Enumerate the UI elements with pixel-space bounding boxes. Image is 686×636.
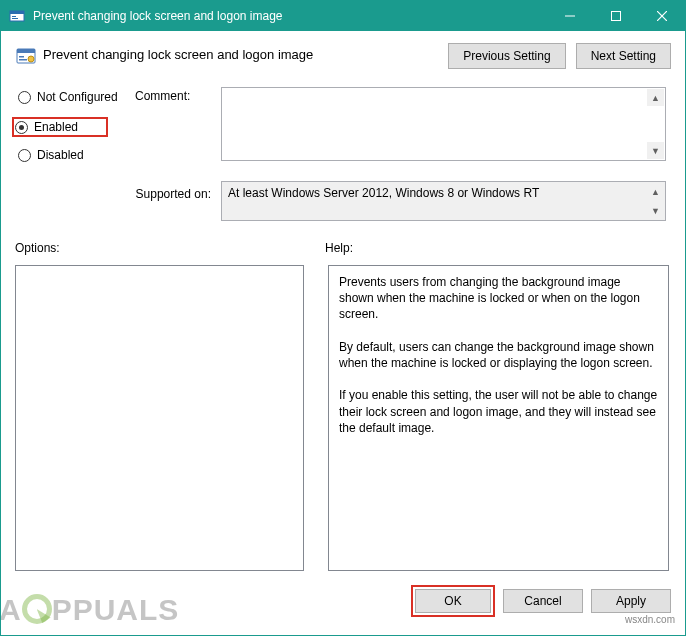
site-watermark: wsxdn.com [625,614,675,625]
previous-setting-button[interactable]: Previous Setting [448,43,565,69]
radio-label: Enabled [34,120,78,134]
app-icon [9,8,25,24]
ok-highlight: OK [411,585,495,617]
next-setting-button[interactable]: Next Setting [576,43,671,69]
svg-rect-1 [10,11,24,14]
help-text: Prevents users from changing the backgro… [339,275,661,435]
comment-input[interactable] [221,87,666,161]
close-button[interactable] [639,1,685,31]
svg-rect-11 [19,59,27,61]
ok-button[interactable]: OK [415,589,491,613]
svg-rect-10 [19,56,24,58]
svg-rect-2 [12,16,16,17]
supported-on-label: Supported on: [135,181,221,221]
radio-icon [18,149,31,162]
page-title: Prevent changing lock screen and logon i… [43,43,448,62]
svg-rect-3 [12,18,18,19]
supported-on-text: At least Windows Server 2012, Windows 8 … [228,186,539,200]
scroll-up-icon[interactable]: ▲ [647,183,664,200]
svg-rect-9 [17,49,35,53]
radio-label: Disabled [37,148,84,162]
help-panel: Prevents users from changing the backgro… [328,265,669,571]
supported-on-field: At least Windows Server 2012, Windows 8 … [221,181,666,221]
titlebar[interactable]: Prevent changing lock screen and logon i… [1,1,685,31]
radio-disabled[interactable]: Disabled [15,147,135,163]
options-label: Options: [15,241,325,255]
radio-icon-selected [15,121,28,134]
minimize-button[interactable] [547,1,593,31]
maximize-button[interactable] [593,1,639,31]
svg-rect-4 [565,16,575,17]
scroll-up-icon[interactable]: ▲ [647,89,664,106]
scroll-down-icon[interactable]: ▼ [647,142,664,159]
radio-not-configured[interactable]: Not Configured [15,89,135,105]
policy-icon [15,45,37,67]
scroll-down-icon[interactable]: ▼ [647,202,664,219]
window-title: Prevent changing lock screen and logon i… [33,9,547,23]
cancel-button[interactable]: Cancel [503,589,583,613]
radio-enabled[interactable]: Enabled [12,117,108,137]
radio-label: Not Configured [37,90,118,104]
radio-icon [18,91,31,104]
svg-rect-5 [612,12,621,21]
help-label: Help: [325,241,353,255]
options-panel [15,265,304,571]
svg-point-12 [28,56,34,62]
apply-button[interactable]: Apply [591,589,671,613]
comment-label: Comment: [135,87,221,175]
